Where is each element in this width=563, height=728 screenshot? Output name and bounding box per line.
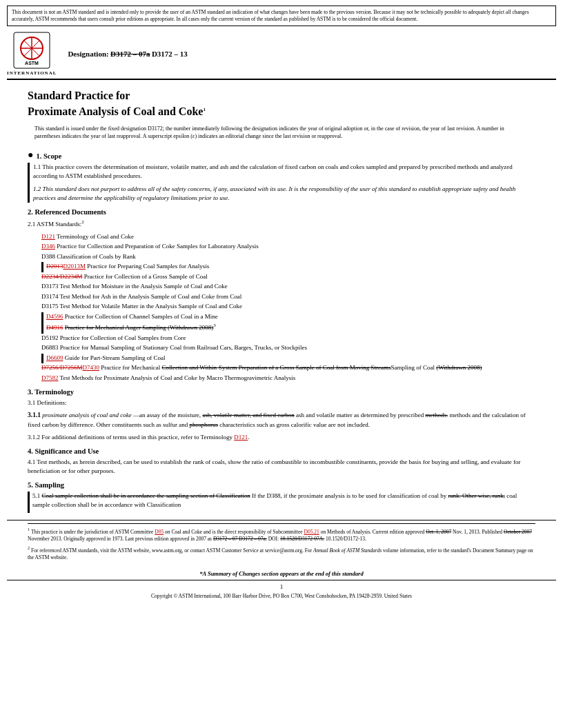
ref-d4596-text: Practice for Collection of Channel Sampl… [65,313,218,320]
fn2-book: Annual Book of ASTM Standards [313,547,382,553]
fn1-new-pub: November 2013. Originally approved in 19… [28,536,213,542]
terminology-d121-link[interactable]: D121 [234,434,248,441]
fn1-d05-link[interactable]: D05 [155,529,164,535]
ref-d2013-new-link[interactable]: D2013M [63,263,86,270]
ref-d121-text: Terminology of Coal and Coke [57,233,134,240]
section-significance: 4. Significance and Use 4.1 Test methods… [28,447,535,476]
def1-label: 3.1.1 [28,412,41,418]
significance-para1: 4.1 Test methods, as herein described, c… [28,458,535,476]
ref-item-d346: D346 Practice for Collection and Prepara… [41,242,535,252]
ref-item-d6883: D6883 Practice for Manual Sampling of St… [41,343,535,353]
ref-heading: 2. Referenced Documents [28,208,535,216]
ref-list: D121 Terminology of Coal and Coke D346 P… [41,232,535,383]
intl-label: INTERNATIONAL [7,70,57,76]
ref-item-d4916: D4916 Practice for Mechanical Auger Samp… [46,322,216,333]
footer-area: 1 This practice is under the jurisdictio… [7,520,556,566]
ref-d346-text: Practice for Collection and Preparation … [57,243,258,250]
ref-item-d7582: D7582 Test Methods for Proximate Analysi… [41,374,535,383]
ref-item-d4916-wrapper: D4916 Practice for Mechanical Auger Samp… [41,322,535,334]
ref-d2013-old-link[interactable]: D2013 [46,263,63,270]
change-bar-d4596 [41,312,43,323]
ref-d121-link[interactable]: D121 [41,233,55,240]
doc-title: Standard Practice for Proximate Analysis… [28,88,535,119]
ref-d2234-link[interactable]: D2234/D2234M [41,273,83,280]
fn1-old-date: Oct. 1, 2007 [426,529,451,535]
ref-item-d6609: D6609 Guide for Part-Stream Sampling of … [46,354,165,363]
ref-d4916-link[interactable]: D4916 [46,324,63,331]
page-number: 1 [0,583,563,590]
ref-item-d2013: D2013D2013M Practice for Preparing Coal … [46,262,209,272]
header-area: ASTM INTERNATIONAL Designation: D3172 – … [7,32,556,80]
sampling-text1: If the [252,492,267,499]
fn1-old-doi: 10.1520/D3172-07A. [280,536,324,542]
ref-item-d3174: D3174 Test Method for Ash in the Analysi… [41,292,535,302]
ref-footnote: 2 [81,219,84,225]
ref-d6609-link[interactable]: D6609 [46,354,63,361]
designation-old: D3172 – 07a [110,50,150,58]
ref-d6883-text: D6883 Practice for Manual Sampling of St… [41,344,307,351]
standard-note: This standard is issued under the fixed … [28,125,535,140]
ref-d3175-text: D3175 Test Method for Volatile Matter in… [41,303,242,310]
def1-strike3: phosphorus [190,421,219,428]
sampling-strike1: Coal sample collection shall be in accor… [42,492,250,499]
section-referenced: 2. Referenced Documents 2.1 ASTM Standar… [28,208,535,383]
ref-d7256-link[interactable]: D7256/D7256M [41,364,83,371]
designation-new: D3172 – 13 [152,50,188,58]
ref-d7256-withdrawn: (Withdrawn 2008) [436,364,482,371]
fn1-ref: 1 [28,527,30,532]
sampling-strike2: rank. Other wise, rank, [448,492,505,499]
main-content: Standard Practice for Proximate Analysis… [7,88,556,513]
scope-para1: 1.1 This practice covers the determinati… [33,163,535,181]
ref-item-d121: D121 Terminology of Coal and Coke [41,232,535,242]
ref-d7430-link[interactable]: D7430 [83,364,100,371]
notice-text: This document is not an ASTM standard an… [12,9,529,22]
section-terminology: 3. Terminology 3.1 Definitions: 3.1.1 pr… [28,388,535,442]
ref-d4916-footnote: 3 [213,323,216,328]
ref-item-d4596-wrapper: D4596 Practice for Collection of Channel… [41,312,535,323]
svg-text:ASTM: ASTM [25,61,39,65]
terminology-def-heading: 3.1 Definitions: [28,398,535,407]
ref-d4596-link[interactable]: D4596 [46,313,63,320]
def1-strike2: methods. [425,412,448,418]
fn1-new-date: Nov. 1, 2013. Published [453,529,504,535]
ref-item-d2013-wrapper: D2013D2013M Practice for Preparing Coal … [41,262,535,272]
designation-area: Designation: D3172 – 07a D3172 – 13 [68,50,556,58]
ref-d346-link[interactable]: D346 [41,243,55,250]
summary-notice: *A Summary of Changes section appears at… [0,570,563,577]
ref-item-d3173: D3173 Test Method for Moisture in the An… [41,282,535,292]
ref-item-d388: D388 Classification of Coals by Rank [41,252,535,262]
fn1-text: This practice is under the jurisdiction … [31,529,155,535]
sampling-num: 5.1 [32,492,42,499]
terminology-heading: 3. Terminology [28,388,535,396]
ref-d7582-link[interactable]: D7582 [41,374,59,381]
change-bar-d4916 [41,322,43,334]
ref-d7256-new-text: Sampling of Coal [391,364,436,371]
ref-sub: 2.1 ASTM Standards:2 [28,219,535,229]
fn1-new-doi: 10.1520/D3172-13. [326,536,366,542]
fn1-text2: on Coal and Coke and is the direct respo… [165,529,304,535]
fn2-text: For referenced ASTM standards, visit the… [31,547,313,553]
section-sampling: 5. Sampling 5.1 Coal sample collection s… [28,481,535,513]
change-bar-d6609 [41,354,43,364]
ref-item-d2234: D2234/D2234M Practice for Collection of … [41,272,535,282]
def1-term: proximate analysis of coal and coke [42,412,131,418]
ref-item-d3175: D3175 Test Method for Volatile Matter in… [41,302,535,312]
copyright: Copyright © ASTM International, 100 Barr… [0,593,563,599]
astm-logo-icon: ASTM [13,32,50,69]
terminology-def1: 3.1.1 proximate analysis of coal and cok… [28,411,535,429]
sampling-text2: if the proximate analysis is to be used … [284,492,448,499]
scope-para2: 1.2 This standard does not purport to ad… [33,185,535,203]
ref-d4916-text: Practice for Mechanical Auger Sampling (… [65,324,214,331]
designation-label: Designation: [68,50,108,58]
scope-bar-section: 1.1 This practice covers the determinati… [28,163,535,202]
significance-heading: 4. Significance and Use [28,447,535,455]
ref-d3174-text: D3174 Test Method for Ash in the Analysi… [41,293,241,300]
ref-d388-text: D388 Classification of Coals by Rank [41,253,136,260]
ref-d7256-text: Practice for Mechanical [101,364,161,371]
sampling-d388-ref: D388, [266,492,284,499]
def1-strike1: ash, volatile matter, and fixed carbon [202,412,294,418]
ref-item-d4596: D4596 Practice for Collection of Channel… [46,312,218,322]
fn1-d0521-link[interactable]: D05.21 [304,529,319,535]
fn1-text3: on Methods of Analysis. Current edition … [321,529,426,535]
change-bar-sampling [28,492,30,513]
